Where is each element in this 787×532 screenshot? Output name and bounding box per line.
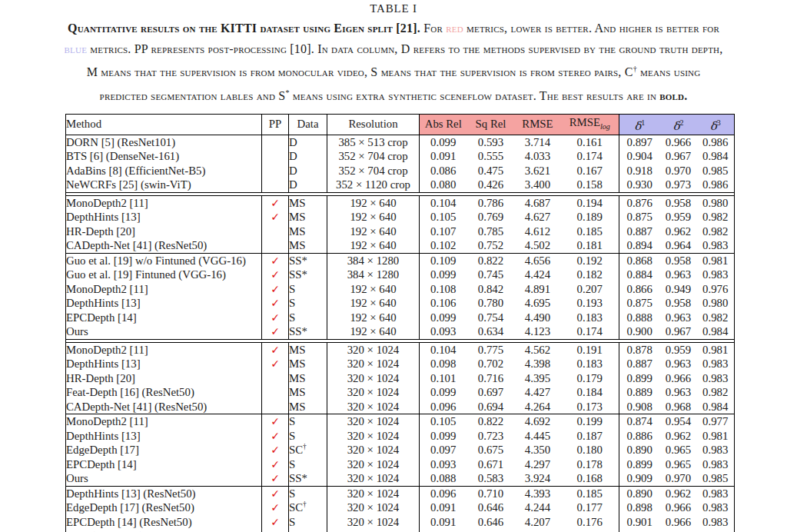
method-cell: EdgeDepth [17] [66, 443, 262, 457]
resolution-cell: 320 × 1024 [327, 371, 420, 386]
data-cell: MS [289, 224, 327, 239]
resolution-cell: 385 × 513 crop [327, 135, 420, 149]
resolution-cell: 192 × 640 [327, 224, 420, 239]
caption-blue-word: blue [65, 42, 88, 55]
metric-value: 0.091 [420, 149, 467, 164]
data-cell: S [289, 486, 327, 500]
col-header-rmse-log: RMSElog [561, 114, 619, 135]
resolution-cell: 352 × 1120 crop [327, 178, 420, 192]
metric-value: 0.173 [561, 400, 619, 414]
resolution-cell: 352 × 704 crop [327, 164, 420, 178]
pp-cell [262, 385, 289, 400]
metric-value: 0.177 [561, 500, 619, 515]
pp-cell [262, 178, 289, 192]
data-cell: MS [289, 385, 327, 400]
metric-value: 4.656 [515, 253, 561, 268]
checkmark-icon: ✓ [271, 344, 280, 356]
caption-line-1: Quantitative results on the KITTI datase… [0, 18, 787, 39]
checkmark-icon: ✓ [271, 297, 280, 309]
metric-value: 4.562 [515, 342, 561, 357]
table-row: Feat-Depth [16] (ResNet50)MS320 × 10240.… [66, 385, 735, 400]
method-cell: DepthHints [13] [66, 296, 262, 311]
pp-cell: ✓ [262, 515, 289, 530]
checkmark-icon: ✓ [271, 311, 280, 324]
dagger-symbol: † [303, 443, 307, 451]
table-row: CADepth-Net [41] (ResNet50)MS320 × 10240… [66, 400, 735, 414]
metric-value: 0.174 [561, 149, 619, 164]
checkmark-icon: ✓ [271, 430, 280, 442]
delta-value: 0.908 [619, 400, 660, 414]
metric-value: 0.754 [467, 311, 515, 325]
delta-value: 0.984 [697, 400, 735, 414]
delta-value: 0.968 [660, 400, 697, 414]
pp-cell: ✓ [262, 282, 289, 297]
resolution-cell: 320 × 1024 [327, 471, 420, 486]
metric-value: 0.109 [420, 253, 467, 268]
metric-value: 0.168 [561, 471, 619, 486]
checkmark-icon: ✓ [271, 458, 280, 470]
metric-value: 0.822 [467, 414, 515, 429]
delta-value: 0.983 [697, 443, 735, 457]
method-cell: EPCDepth [14] (ResNet50) [66, 515, 262, 530]
metric-value: 0.086 [420, 529, 467, 532]
delta-value: 0.970 [660, 164, 697, 178]
method-cell: HR-Depth [20] [66, 224, 262, 239]
method-cell: DepthHints [13] [66, 210, 262, 224]
metric-value: 0.105 [420, 414, 467, 429]
results-table: Method PP Data Resolution Abs Rel Sq Rel… [65, 114, 735, 532]
col-header-pp: PP [262, 114, 289, 135]
metric-value: 4.687 [515, 195, 561, 210]
pp-cell: ✓ [262, 296, 289, 311]
delta-value: 0.986 [697, 178, 735, 192]
checkmark-icon: ✓ [271, 197, 280, 209]
col-header-rmse: RMSE [515, 114, 561, 135]
data-cell: MS [289, 210, 327, 224]
table-row: DepthHints [13]✓S192 × 6400.1060.7804.69… [66, 296, 735, 311]
delta-value: 0.966 [660, 371, 697, 386]
delta-value: 0.963 [660, 357, 697, 371]
resolution-cell: 320 × 1024 [327, 529, 420, 532]
checkmark-icon: ✓ [271, 472, 280, 484]
metric-value: 0.593 [467, 135, 515, 149]
delta-value: 0.962 [660, 486, 697, 500]
table-row: Ours✓SS*320 × 10240.0880.5833.9240.1680.… [66, 471, 735, 486]
col-header-delta3: δ3 [697, 114, 735, 135]
pp-cell: ✓ [262, 529, 289, 532]
metric-value: 0.786 [467, 195, 515, 210]
method-cell: DepthHints [13] (ResNet50) [66, 486, 262, 500]
resolution-cell: 320 × 1024 [327, 400, 420, 414]
data-cell: D [289, 164, 327, 178]
metric-value: 0.842 [467, 282, 515, 297]
data-cell: S [289, 457, 327, 472]
delta-value: 0.984 [697, 324, 735, 339]
metric-value: 0.207 [561, 282, 619, 297]
pp-cell: ✓ [262, 414, 289, 429]
caption-bold-word: bold. [659, 89, 687, 102]
metric-value: 0.096 [420, 486, 467, 500]
metric-value: 0.192 [561, 253, 619, 268]
delta-value: 0.875 [619, 296, 660, 311]
paper-page: TABLE I Quantitative results on the KITT… [0, 0, 787, 532]
delta-value: 0.982 [697, 210, 735, 224]
data-cell: MS [289, 342, 327, 357]
metric-value: 4.123 [515, 324, 561, 339]
table-row: NeWCRFs [25] (swin-ViT)D352 × 1120 crop0… [66, 178, 735, 192]
delta-value: 0.900 [619, 324, 660, 339]
delta-value: 0.894 [619, 238, 660, 253]
metric-value: 4.445 [515, 429, 561, 444]
delta-value: 0.954 [660, 414, 697, 429]
checkmark-icon: ✓ [271, 254, 280, 267]
delta-value: 0.910 [619, 529, 660, 532]
method-cell: Ours [66, 471, 262, 486]
metric-value: 0.185 [561, 486, 619, 500]
metric-value: 0.426 [467, 178, 515, 192]
delta-value: 0.888 [619, 311, 660, 325]
metric-value: 0.646 [467, 500, 515, 515]
metric-value: 4.692 [515, 414, 561, 429]
delta-value: 0.983 [697, 515, 735, 530]
metric-value: 3.621 [515, 164, 561, 178]
delta-value: 0.976 [697, 282, 735, 297]
delta-value: 0.962 [660, 224, 697, 239]
metric-value: 0.822 [467, 253, 515, 268]
metric-value: 0.180 [561, 443, 619, 457]
